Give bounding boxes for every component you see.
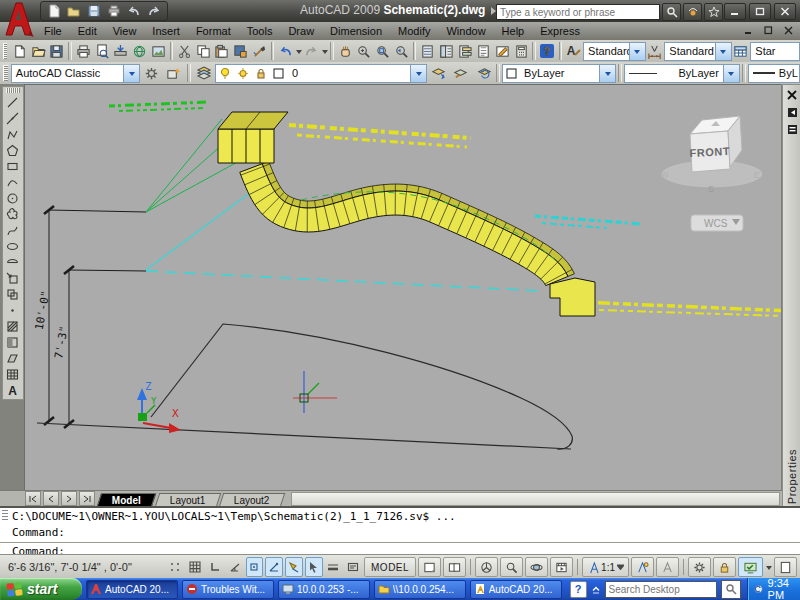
plot-button[interactable] <box>74 41 93 62</box>
search-icon[interactable] <box>662 3 681 21</box>
palette-autohide-icon[interactable] <box>785 105 799 119</box>
help-button[interactable]: ? <box>538 41 557 62</box>
qp-toggle[interactable] <box>344 557 362 577</box>
menu-window[interactable]: Window <box>438 23 493 39</box>
copy-button[interactable] <box>194 41 213 62</box>
paste-button[interactable] <box>213 41 232 62</box>
tab-layout1[interactable]: Layout1 <box>155 493 221 507</box>
toolbar-grip[interactable] <box>3 43 7 59</box>
favorites-star-icon[interactable] <box>704 3 723 21</box>
dimension-7ft3[interactable]: 7'-3" <box>52 266 146 428</box>
combo-arrow-icon[interactable] <box>715 43 731 60</box>
notification-chevron-icon[interactable] <box>591 584 601 594</box>
workspace-switching-button[interactable] <box>688 557 711 577</box>
paste-special-button[interactable] <box>231 41 250 62</box>
annotation-scale-button[interactable]: 1:1 <box>582 557 629 577</box>
doc-close-icon[interactable] <box>781 24 796 37</box>
line-button[interactable] <box>3 94 21 110</box>
ramp-end-block[interactable] <box>550 278 595 316</box>
dimension-10ft[interactable]: 10'-0" <box>33 206 146 425</box>
undo-button[interactable] <box>276 41 295 62</box>
match-properties-button[interactable] <box>250 41 269 62</box>
status-bar-menu-button[interactable] <box>738 557 763 577</box>
qnew-button[interactable] <box>10 41 29 62</box>
plot-preview-button[interactable] <box>93 41 112 62</box>
menu-express[interactable]: Express <box>532 23 588 39</box>
toolbar-grip[interactable] <box>3 65 8 81</box>
layer-on-bulb-icon[interactable] <box>216 64 234 83</box>
menu-view[interactable]: View <box>105 23 145 39</box>
combo-arrow-icon[interactable] <box>723 65 739 82</box>
showmotion-button[interactable] <box>550 557 573 577</box>
ellipse-button[interactable] <box>3 238 21 254</box>
quickcalc-button[interactable] <box>512 41 531 62</box>
close-icon[interactable] <box>774 3 796 20</box>
cut-button[interactable] <box>175 41 194 62</box>
taskbar-item-troubles[interactable]: Troubles Wit... <box>182 580 274 599</box>
tab-next-icon[interactable] <box>61 491 77 506</box>
open-icon[interactable] <box>65 3 83 19</box>
desktop-search-icon[interactable] <box>721 580 741 599</box>
grid-toggle[interactable] <box>186 557 204 577</box>
tab-first-icon[interactable] <box>25 491 41 506</box>
menu-tools[interactable]: Tools <box>239 23 281 39</box>
tool-palettes-button[interactable] <box>456 41 475 62</box>
polar-toggle[interactable] <box>226 557 244 577</box>
ortho-toggle[interactable] <box>206 557 224 577</box>
web-button[interactable] <box>130 41 149 62</box>
multiline-text-button[interactable]: A <box>3 382 21 398</box>
combo-arrow-icon[interactable] <box>629 43 645 60</box>
orbit-button[interactable] <box>525 557 548 577</box>
save-icon[interactable] <box>85 3 103 19</box>
menu-insert[interactable]: Insert <box>144 23 188 39</box>
taskbar-item-autocad[interactable]: AutoCAD 20... <box>86 580 178 599</box>
redo-button[interactable] <box>302 41 321 62</box>
taskbar-item-autocad-2[interactable]: AutoCAD 20... <box>470 580 562 599</box>
layer-color-swatch[interactable] <box>270 64 288 83</box>
model-space-button[interactable]: MODEL <box>364 557 416 577</box>
menu-draw[interactable]: Draw <box>280 23 322 39</box>
save-button[interactable] <box>48 41 67 62</box>
pan-button[interactable] <box>336 41 355 62</box>
horizontal-scrollbar[interactable] <box>291 492 780 506</box>
combo-arrow-icon[interactable] <box>410 65 426 82</box>
clean-screen-button[interactable] <box>774 557 797 577</box>
steering-wheel-button[interactable] <box>475 557 498 577</box>
zoom-previous-button[interactable] <box>392 41 411 62</box>
start-button[interactable]: start <box>0 578 82 600</box>
tray-app-icon[interactable] <box>754 582 763 596</box>
status-menu-dropdown-icon[interactable] <box>764 558 773 577</box>
command-window-grip[interactable] <box>2 510 8 522</box>
linetype-control-combo[interactable]: ByLayer <box>624 64 740 83</box>
menu-modify[interactable]: Modify <box>390 23 438 39</box>
layer-previous-button[interactable] <box>472 63 494 84</box>
ellipse-arc-button[interactable] <box>3 254 21 270</box>
insert-block-button[interactable] <box>3 270 21 286</box>
annotation-visibility-button[interactable] <box>631 557 654 577</box>
properties-palette-button[interactable] <box>418 41 437 62</box>
keyword-search-input[interactable] <box>496 4 660 20</box>
desktop-help-icon[interactable]: ? <box>570 581 587 598</box>
point-button[interactable] <box>3 302 21 318</box>
hatch-button[interactable] <box>3 318 21 334</box>
restore-icon[interactable] <box>749 3 771 20</box>
ducs-toggle[interactable] <box>285 557 303 577</box>
arc-button[interactable] <box>3 174 21 190</box>
color-control-combo[interactable]: ByLayer <box>502 64 616 83</box>
open-button[interactable] <box>29 41 48 62</box>
autocad-logo-icon[interactable] <box>2 1 34 38</box>
markup-button[interactable] <box>493 41 512 62</box>
taskbar-item-network-share[interactable]: \\10.0.0.254... <box>374 580 466 599</box>
layer-freeze-sun-icon[interactable] <box>234 64 252 83</box>
redo-icon[interactable] <box>145 3 163 19</box>
quick-view-layouts-button[interactable] <box>443 557 466 577</box>
polyline-button[interactable] <box>3 126 21 142</box>
workspace-settings-icon[interactable] <box>140 63 162 84</box>
palette-close-icon[interactable] <box>785 88 799 102</box>
ramp-start-box[interactable] <box>218 112 288 163</box>
autoscale-button[interactable] <box>656 557 679 577</box>
layer-control-combo[interactable]: 0 <box>215 64 427 83</box>
snap-toggle[interactable] <box>167 557 185 577</box>
tab-layout2[interactable]: Layout2 <box>219 493 285 507</box>
spline-button[interactable] <box>3 222 21 238</box>
